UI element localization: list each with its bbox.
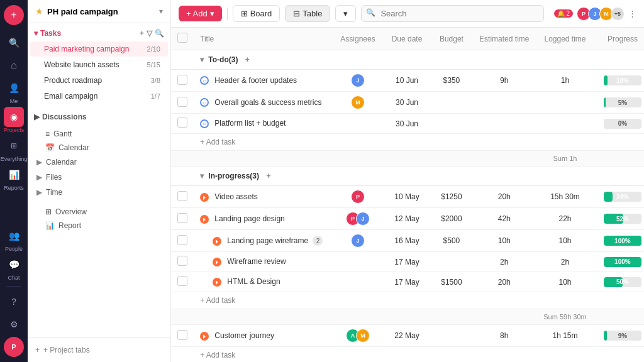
todo-add-task-row[interactable]: + Add task — [171, 134, 644, 151]
assignee-avatar: P — [351, 190, 365, 204]
search-tasks-icon[interactable]: 🔍 — [155, 29, 164, 38]
sidebar-notes[interactable]: ▶ Calendar — [28, 155, 170, 170]
sidebar-item-label: Email campaign — [44, 92, 147, 101]
nav-people[interactable]: 👥 People — [4, 226, 24, 252]
todo-group-add[interactable]: + — [245, 55, 250, 64]
add-project-tabs-button[interactable]: + + Project tabs — [35, 343, 163, 357]
task-est-time: 8h — [473, 325, 536, 347]
nav-avatar[interactable]: P — [4, 337, 24, 357]
table-label: Table — [303, 9, 322, 18]
todo-icon: ○ — [200, 76, 209, 85]
task-assignees — [332, 114, 384, 134]
assignee-avatar: J — [351, 234, 365, 248]
sidebar-item-count: 1/7 — [151, 92, 160, 100]
task-progress: 100% — [594, 252, 644, 272]
task-title[interactable]: ⏵ Customer journey — [194, 325, 332, 347]
row-checkbox[interactable] — [177, 213, 187, 223]
nav-help[interactable]: ? — [4, 292, 24, 312]
task-est-time: 9h — [473, 70, 536, 92]
inprogress-group-add[interactable]: + — [266, 172, 270, 180]
task-title[interactable]: ○ Platform list + budget — [194, 114, 332, 134]
task-title[interactable]: ⏵ Landing page design — [194, 208, 332, 230]
row-checkbox[interactable] — [177, 276, 187, 286]
row-checkbox[interactable] — [177, 235, 187, 245]
sidebar-gantt[interactable]: ≡ Gantt — [28, 127, 170, 141]
task-logged-time: 15h 30m — [536, 186, 595, 208]
avatar-more[interactable]: +5 — [611, 7, 625, 21]
sidebar-item-email-campaign[interactable]: Email campaign 1/7 — [30, 89, 168, 104]
task-title[interactable]: ⏵ HTML & Design — [194, 272, 332, 292]
row-checkbox[interactable] — [177, 330, 187, 340]
row-checkbox[interactable] — [177, 118, 187, 128]
nav-settings[interactable]: ⚙ — [4, 314, 24, 334]
table-view-button[interactable]: ⊟ Table — [285, 5, 330, 22]
nav-reports[interactable]: 📊 Reports — [4, 165, 24, 191]
sidebar-project-header[interactable]: ★ PH paid campaign ▾ — [28, 0, 170, 23]
chevron-down-icon: ▾ — [159, 7, 163, 16]
task-budget — [430, 92, 473, 114]
select-all-checkbox[interactable] — [177, 33, 187, 43]
nav-search[interactable]: 🔍 — [4, 33, 24, 53]
add-task-icon[interactable]: + — [140, 29, 144, 38]
sidebar-tasks-header[interactable]: ▾ Tasks + ▽ 🔍 — [28, 26, 170, 41]
gantt-label: Gantt — [53, 129, 72, 138]
sidebar-item-paid-marketing[interactable]: Paid marketing campaign 2/10 — [30, 41, 168, 57]
task-logged-time: 10h — [536, 272, 595, 292]
todo-group-toggle[interactable]: ▾ — [200, 55, 204, 64]
task-title[interactable]: ○ Header & footer updates — [194, 70, 332, 92]
task-logged-time: 1h — [536, 70, 595, 92]
sidebar-time[interactable]: ▶ Time — [28, 185, 170, 200]
row-checkbox[interactable] — [177, 191, 187, 201]
sidebar-item-label: Website launch assets — [44, 60, 143, 69]
filter-icon[interactable]: ▽ — [147, 29, 152, 38]
task-due-date: 10 May — [384, 186, 430, 208]
task-title[interactable]: ⏵ Landing page wireframe 2 — [194, 230, 332, 252]
inprogress-group-toggle[interactable]: ▾ — [200, 172, 204, 180]
task-budget: $2000 — [430, 208, 473, 230]
task-est-time: 10h — [473, 230, 536, 252]
sidebar-item-count: 3/8 — [151, 77, 160, 84]
sidebar-item-count: 2/10 — [147, 45, 160, 53]
task-budget: $1250 — [430, 186, 473, 208]
task-title[interactable]: ⏵ Video assets — [194, 186, 332, 208]
notification-badge[interactable]: 🔔 2 — [554, 9, 573, 18]
sidebar: ★ PH paid campaign ▾ ▾ Tasks + ▽ 🔍 Paid … — [28, 0, 171, 362]
sidebar-overview[interactable]: ⊞ Overview — [28, 205, 170, 219]
more-options-icon[interactable]: ⋮ — [628, 9, 636, 18]
search-input[interactable] — [361, 5, 543, 22]
nav-chat[interactable]: 💬 Chat — [4, 255, 24, 281]
discussions-label: Discussions — [42, 112, 87, 121]
col-assignees: Assignees — [332, 28, 384, 50]
task-progress: 5% — [594, 92, 644, 114]
task-assignees: J — [332, 230, 384, 252]
sidebar-report[interactable]: 📊 Report — [28, 219, 170, 233]
table-row: ⏵ Wireframe review 17 May 2h 2h 100% — [171, 252, 644, 272]
task-title[interactable]: ⏵ Wireframe review — [194, 252, 332, 272]
task-progress: 50% — [594, 272, 644, 292]
task-est-time: 20h — [473, 186, 536, 208]
sidebar-item-product-roadmap[interactable]: Product roadmap 3/8 — [30, 73, 168, 88]
task-title[interactable]: ○ Overall goals & success metrics — [194, 92, 332, 114]
row-checkbox[interactable] — [177, 256, 187, 266]
add-button[interactable]: + Add ▾ — [179, 6, 222, 21]
sidebar-files[interactable]: ▶ Files — [28, 170, 170, 185]
nav-me[interactable]: 👤 Me — [4, 78, 24, 104]
row-checkbox[interactable] — [177, 97, 187, 107]
inprog-icon: ⏵ — [200, 193, 209, 202]
board-view-button[interactable]: ⊞ Board — [233, 5, 280, 22]
customer-journey-add-task-row[interactable]: + Add task — [171, 347, 644, 363]
nav-projects[interactable]: ◉ Projects — [4, 107, 25, 133]
sidebar-calendar[interactable]: 📅 Calendar — [28, 141, 170, 155]
inprogress-sum-row: Sum 59h 30m — [171, 309, 644, 325]
sidebar-item-website-launch[interactable]: Website launch assets 5/15 — [30, 57, 168, 72]
col-title: Title — [194, 28, 332, 50]
row-checkbox[interactable] — [177, 75, 187, 85]
nav-home[interactable]: ⌂ — [4, 55, 24, 75]
more-views-button[interactable]: ▾ — [335, 5, 356, 22]
calendar-label: Calendar — [58, 143, 89, 152]
inprogress-add-task-row[interactable]: + Add task — [171, 292, 644, 309]
nav-everything[interactable]: ⊞ Everything — [1, 136, 28, 162]
task-assignees — [332, 272, 384, 292]
global-add-button[interactable]: + — [4, 5, 24, 25]
sidebar-discussions-header[interactable]: ▶ Discussions — [28, 109, 170, 124]
